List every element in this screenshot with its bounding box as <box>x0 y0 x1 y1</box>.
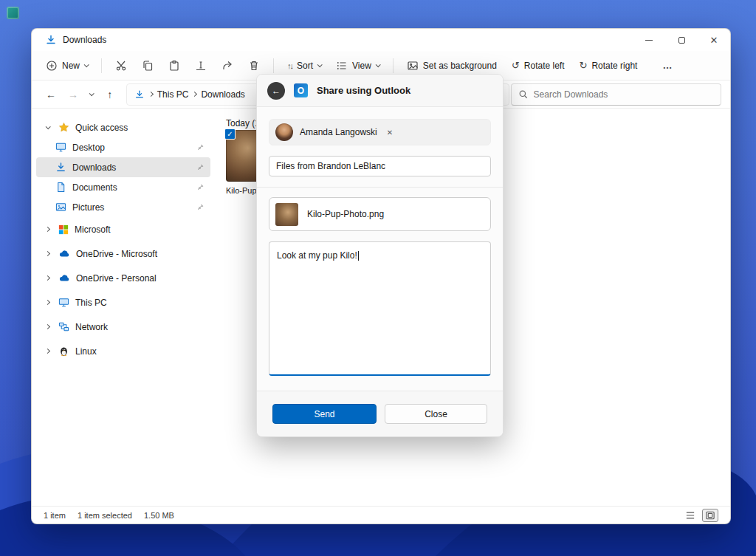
back-button[interactable]: ← <box>267 82 285 100</box>
search-box[interactable] <box>511 83 721 106</box>
attachment-card[interactable]: Kilo-Pup-Photo.png <box>269 197 491 231</box>
sidebar-item-onedrive-personal[interactable]: OneDrive - Personal <box>36 266 210 290</box>
rotate-right-icon: ↻ <box>580 61 588 70</box>
rotate-left-label: Rotate left <box>524 61 565 71</box>
attachment-name: Kilo-Pup-Photo.png <box>307 209 384 219</box>
sidebar-label: Network <box>75 322 108 332</box>
up-button[interactable]: ↑ <box>100 84 120 105</box>
search-icon <box>518 89 529 100</box>
pin-icon <box>196 143 205 152</box>
view-button[interactable]: View <box>329 55 386 76</box>
recipient-avatar <box>275 123 293 141</box>
toolbar-divider <box>393 58 394 73</box>
sidebar-label: Pictures <box>72 202 104 213</box>
chevron-down-icon <box>84 62 89 67</box>
sidebar-item-this-pc[interactable]: This PC <box>36 290 210 315</box>
subject-input[interactable] <box>269 156 491 176</box>
sidebar-item-quick-access[interactable]: Quick access <box>36 117 210 137</box>
plus-icon <box>46 60 58 72</box>
set-as-background-button[interactable]: Set as background <box>400 55 504 76</box>
chevron-right-icon <box>42 301 52 304</box>
sidebar-label: Documents <box>72 182 117 193</box>
sidebar-item-linux[interactable]: Linux <box>36 339 210 363</box>
search-input[interactable] <box>534 89 714 100</box>
sidebar-item-downloads[interactable]: Downloads <box>36 157 210 177</box>
text-cursor <box>358 251 359 261</box>
breadcrumb-downloads[interactable]: Downloads <box>201 89 244 100</box>
attachment-thumbnail <box>275 203 298 226</box>
sidebar-label: OneDrive - Personal <box>76 273 157 284</box>
document-icon <box>55 182 66 193</box>
sidebar-item-desktop[interactable]: Desktop <box>36 137 210 157</box>
status-bar: 1 item 1 item selected 1.50 MB <box>32 506 730 524</box>
selection-checkbox[interactable]: ✓ <box>224 128 236 140</box>
linux-penguin-icon <box>58 346 69 357</box>
computer-icon <box>58 297 69 308</box>
minimize-icon <box>645 40 653 41</box>
title-bar[interactable]: Downloads ✕ <box>32 29 730 51</box>
dialog-body: Amanda Langowski ✕ Kilo-Pup-Photo.png Lo… <box>257 107 503 376</box>
toolbar-divider <box>101 58 102 73</box>
more-options-icon: … <box>662 61 672 70</box>
dialog-title: Share using Outlook <box>317 85 410 96</box>
view-toggles <box>683 509 718 522</box>
details-view-toggle[interactable] <box>683 509 698 521</box>
share-button[interactable] <box>215 55 240 76</box>
recipient-field[interactable]: Amanda Langowski ✕ <box>269 119 491 145</box>
sort-button[interactable]: ↑↓ Sort <box>281 56 328 75</box>
desktop-monitor-icon <box>55 142 66 153</box>
pictures-icon <box>55 202 66 213</box>
close-dialog-button[interactable]: Close <box>385 404 487 424</box>
paste-button[interactable] <box>162 55 187 76</box>
chevron-right-icon <box>192 92 197 97</box>
pin-icon <box>196 183 205 192</box>
sidebar-label: Microsoft <box>75 224 111 235</box>
remove-recipient-icon[interactable]: ✕ <box>384 127 396 138</box>
new-label: New <box>62 61 80 71</box>
copy-button[interactable] <box>135 55 160 76</box>
delete-button[interactable] <box>241 55 267 76</box>
pin-icon <box>196 203 205 212</box>
sidebar-item-pictures[interactable]: Pictures <box>36 197 210 217</box>
sidebar-item-microsoft[interactable]: Microsoft <box>36 217 210 241</box>
network-icon <box>58 321 69 332</box>
close-button[interactable]: ✕ <box>698 29 730 51</box>
sort-label: Sort <box>297 61 313 71</box>
sidebar-label: This PC <box>75 298 107 308</box>
desktop-shortcut-icon[interactable] <box>7 7 19 19</box>
onedrive-icon <box>58 272 70 284</box>
send-button[interactable]: Send <box>272 404 377 424</box>
divider <box>257 187 503 188</box>
window-title: Downloads <box>63 35 106 45</box>
forward-button[interactable]: → <box>63 84 83 105</box>
outlook-icon: O <box>294 83 308 97</box>
selection-size: 1.50 MB <box>144 511 174 520</box>
close-icon: ✕ <box>710 35 718 45</box>
rotate-left-button[interactable]: ↺ Rotate left <box>505 56 571 75</box>
more-options-button[interactable]: … <box>656 56 678 75</box>
large-icons-view-toggle[interactable] <box>702 509 718 522</box>
desktop: Downloads ✕ New <box>0 0 756 556</box>
chevron-down-icon <box>317 62 323 67</box>
sidebar-item-network[interactable]: Network <box>36 315 210 339</box>
rename-button[interactable] <box>188 55 213 76</box>
downloads-icon <box>134 89 145 100</box>
back-button[interactable]: ← <box>41 84 61 105</box>
sidebar-item-onedrive-microsoft[interactable]: OneDrive - Microsoft <box>36 241 210 266</box>
message-input[interactable]: Look at my pup Kilo! <box>269 241 491 376</box>
sidebar-item-documents[interactable]: Documents <box>36 177 210 197</box>
breadcrumb-this-pc[interactable]: This PC <box>157 89 189 100</box>
chevron-right-icon <box>42 276 52 280</box>
chevron-down-icon <box>89 91 94 96</box>
star-icon <box>58 122 69 133</box>
recent-locations-button[interactable] <box>85 84 98 105</box>
rotate-right-button[interactable]: ↻ Rotate right <box>573 56 645 75</box>
cut-icon <box>115 60 127 72</box>
cut-button[interactable] <box>109 55 134 76</box>
paste-icon <box>168 60 180 72</box>
sidebar-label: OneDrive - Microsoft <box>76 249 157 259</box>
new-button[interactable]: New <box>39 55 94 76</box>
maximize-button[interactable] <box>665 29 698 51</box>
delete-icon <box>248 60 260 72</box>
minimize-button[interactable] <box>633 29 665 51</box>
